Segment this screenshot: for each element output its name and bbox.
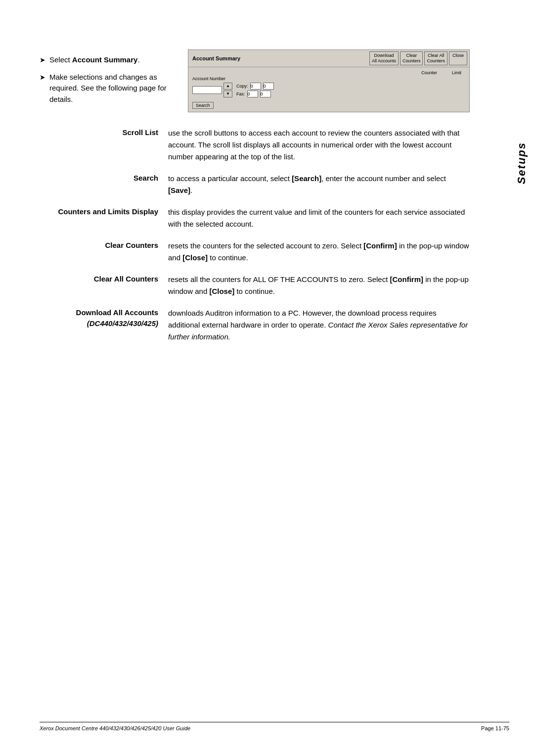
- scroll-list-desc: use the scroll buttons to access each ac…: [168, 127, 494, 163]
- close-btn[interactable]: Close: [449, 51, 467, 65]
- bullet-arrow-2: ➤: [40, 72, 45, 83]
- account-number-input[interactable]: [192, 86, 222, 94]
- copy-limit-input[interactable]: [263, 83, 274, 90]
- setups-label: Setups: [515, 142, 528, 184]
- fax-limit-input[interactable]: [260, 91, 271, 97]
- clear-counters-row: Clear Counters resets the counters for t…: [40, 240, 494, 264]
- download-all-accounts-label: Download All Accounts (DC440/432/430/425…: [40, 307, 168, 330]
- fax-label: Fax:: [236, 92, 245, 96]
- scroll-list-row: Scroll List use the scroll buttons to ac…: [40, 127, 494, 163]
- clear-all-counters-label: Clear All Counters: [40, 274, 168, 285]
- top-section: ➤ Select Account Summary. ➤ Make selecti…: [40, 49, 494, 112]
- account-number-label: Account Number: [192, 76, 465, 81]
- bullet-text-2: Make selections and changes as required.…: [49, 72, 178, 105]
- page-footer: Xerox Document Centre 440/432/430/426/42…: [40, 722, 509, 731]
- copy-counter-input[interactable]: [250, 83, 261, 90]
- download-all-accounts-btn[interactable]: Download All Accounts: [369, 51, 399, 65]
- counters-limits-desc: this display provides the current value …: [168, 206, 494, 230]
- counters-limits-row: Counters and Limits Display this display…: [40, 206, 494, 230]
- clear-all-counters-desc: resets all the counters for ALL OF THE A…: [168, 274, 494, 297]
- scroll-down-btn[interactable]: ▼: [223, 91, 232, 97]
- download-all-accounts-desc: downloads Auditron information to a PC. …: [168, 307, 494, 343]
- scroll-list-label: Scroll List: [40, 127, 168, 139]
- search-row: Search to access a particular account, s…: [40, 173, 494, 196]
- page-container: Setups ➤ Select Account Summary. ➤ Make …: [0, 0, 534, 756]
- bullet-arrow-1: ➤: [40, 55, 45, 65]
- dialog-screenshot: Account Summary Download All Accounts Cl…: [188, 49, 470, 112]
- content-section: Scroll List use the scroll buttons to ac…: [40, 127, 494, 343]
- counters-limits-label: Counters and Limits Display: [40, 206, 168, 218]
- copy-label: Copy:: [236, 84, 248, 89]
- bullet-item-2: ➤ Make selections and changes as require…: [40, 72, 178, 105]
- limit-header: Limit: [452, 70, 461, 75]
- search-desc: to access a particular account, select […: [168, 173, 494, 196]
- clear-all-counters-btn[interactable]: Clear All Counters: [424, 51, 447, 65]
- bullet-item-1: ➤ Select Account Summary.: [40, 54, 178, 66]
- fax-counter-input[interactable]: [247, 91, 258, 97]
- clear-counters-desc: resets the counters for the selected acc…: [168, 240, 494, 264]
- bullet-text-1: Select Account Summary.: [49, 54, 140, 66]
- counter-header: Counter: [421, 70, 437, 75]
- scroll-up-btn[interactable]: ▲: [223, 83, 232, 90]
- bullet-points: ➤ Select Account Summary. ➤ Make selecti…: [40, 49, 178, 111]
- clear-counters-label: Clear Counters: [40, 240, 168, 251]
- dialog-toolbar: Account Summary Download All Accounts Cl…: [188, 50, 469, 67]
- footer-right: Page 11-75: [481, 725, 509, 731]
- search-button[interactable]: Search: [192, 102, 214, 109]
- footer-left: Xerox Document Centre 440/432/430/426/42…: [40, 725, 190, 731]
- dialog-title: Account Summary: [190, 51, 368, 65]
- dialog-body: Counter Limit Account Number ▲ ▼: [188, 67, 469, 112]
- search-label: Search: [40, 173, 168, 184]
- clear-counters-btn[interactable]: Clear Counters: [400, 51, 423, 65]
- setups-sidebar: Setups: [509, 89, 534, 237]
- download-all-accounts-row: Download All Accounts (DC440/432/430/425…: [40, 307, 494, 343]
- clear-all-counters-row: Clear All Counters resets all the counte…: [40, 274, 494, 297]
- fax-row: Fax:: [236, 91, 465, 97]
- copy-row: Copy:: [236, 83, 465, 90]
